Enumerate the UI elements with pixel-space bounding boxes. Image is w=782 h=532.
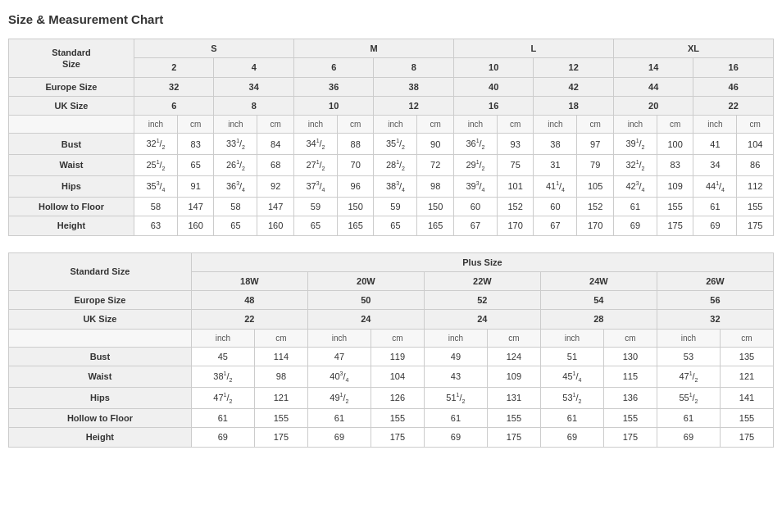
standard-size-header: StandardSize [9,39,134,78]
hips-row: Hips 353/491 363/492 373/496 383/498 393… [9,176,774,198]
height-row-2: Height 69175 69175 69175 69175 69175 [9,428,774,447]
hollow-to-floor-row: Hollow to Floor 58147 58147 59150 59150 … [9,198,774,216]
europe-size-label: Europe Size [9,77,134,96]
height-label-2: Height [9,428,192,447]
size-chart-table-1: StandardSize S M L XL 2 4 6 8 10 12 14 1… [8,39,774,236]
hips-label-2: Hips [9,388,192,409]
us-size-m2: 8 [374,58,454,77]
xl-header: XL [613,39,773,58]
bust-row-2: Bust 45114 47119 49124 51130 53135 [9,347,774,366]
waist-label-2: Waist [9,366,192,388]
plus-size-header: Plus Size [191,252,773,271]
bust-row: Bust 321/283 331/284 341/288 351/290 361… [9,134,774,155]
waist-row: Waist 251/265 261/268 271/270 281/272 29… [9,155,774,176]
height-label: Height [9,216,134,235]
standard-size-header-2: Standard Size [9,252,192,291]
height-row: Height 63160 65160 65165 65165 67170 671… [9,216,774,235]
uk-size-label-2: UK Size [9,310,192,329]
us-size-l1: 10 [453,58,534,77]
waist-row-2: Waist 381/298 403/4104 43109 451/4115 47… [9,366,774,388]
hips-row-2: Hips 471/2121 491/2126 511/2131 531/2136… [9,388,774,409]
uk-size-label: UK Size [9,96,134,115]
l-header: L [453,39,613,58]
hollow-to-floor-row-2: Hollow to Floor 61155 61155 61155 61155 … [9,408,774,427]
page-title: Size & Measurement Chart [8,8,774,30]
bust-label: Bust [9,134,134,155]
us-size-xl2: 16 [693,58,774,77]
europe-size-label-2: Europe Size [9,291,192,310]
m-header: M [293,39,453,58]
us-size-m1: 6 [293,58,374,77]
bust-label-2: Bust [9,347,192,366]
s-header: S [134,39,293,58]
us-size-l2: 12 [534,58,614,77]
us-size-s1: 2 [134,58,214,77]
us-size-xl1: 14 [613,58,693,77]
hollow-to-floor-label: Hollow to Floor [9,198,134,216]
hips-label: Hips [9,176,134,198]
us-size-s2: 4 [214,58,294,77]
waist-label: Waist [9,155,134,176]
size-chart-table-2: Standard Size Plus Size 18W 20W 22W 24W … [8,252,774,448]
hollow-to-floor-label-2: Hollow to Floor [9,408,192,427]
